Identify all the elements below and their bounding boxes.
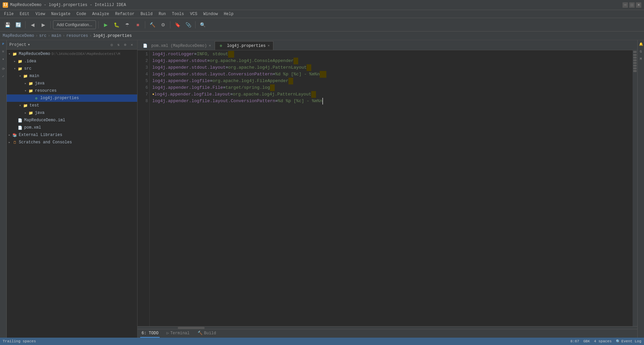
settings-icon[interactable]: ⚙ xyxy=(122,42,128,48)
horizontal-scrollbar[interactable] xyxy=(138,326,637,329)
minimize-button[interactable]: ─ xyxy=(623,2,628,8)
tree-item-test-java[interactable]: ▸ 📁 java xyxy=(7,109,137,117)
gradle-icon[interactable]: G xyxy=(638,49,644,54)
event-log-label: Event Log xyxy=(622,339,641,343)
tree-item-main[interactable]: ▾ 📁 main xyxy=(7,72,137,80)
tab-log4j-close[interactable]: ✕ xyxy=(268,44,270,48)
menu-refactor[interactable]: Refactor xyxy=(112,11,137,17)
debug-button[interactable]: 🐛 xyxy=(112,20,121,29)
project-tool-icon[interactable]: P xyxy=(1,42,6,47)
tab-log4j[interactable]: ⚙ log4j.properties ✕ xyxy=(215,41,273,50)
tree-item-ext-libs[interactable]: ▸ 📚 External Libraries xyxy=(7,131,137,139)
menu-file[interactable]: File xyxy=(1,11,16,17)
menu-vcs[interactable]: VCS xyxy=(187,11,200,17)
favorites-tool-icon[interactable]: ★ xyxy=(1,56,6,62)
code-eq-5: = xyxy=(210,78,213,84)
menu-navigate[interactable]: Navigate xyxy=(48,11,73,17)
gutter-indicator-7 xyxy=(633,67,637,69)
trailing-4 xyxy=(320,71,326,78)
line-numbers: 1 2 3 4 5 6 7 8 xyxy=(138,50,150,326)
vcs-tool-icon[interactable]: ⟳ xyxy=(1,66,6,72)
back-button[interactable]: ◀ xyxy=(28,20,37,29)
menu-analyze[interactable]: Analyze xyxy=(90,11,112,17)
search-everywhere-button[interactable]: 🔍 xyxy=(198,20,207,29)
menu-run[interactable]: Run xyxy=(156,11,169,17)
commit-tool-icon[interactable]: ✓ xyxy=(1,74,6,79)
terminal-tab[interactable]: ▷ Terminal xyxy=(165,329,191,338)
close-button[interactable]: ✕ xyxy=(636,2,641,8)
tree-item-test[interactable]: ▾ 📁 test xyxy=(7,102,137,109)
tree-item-idea[interactable]: ▸ 📁 .idea xyxy=(7,58,137,65)
forward-button[interactable]: ▶ xyxy=(39,20,48,29)
tree-item-log4j[interactable]: ⚙ log4j.properties xyxy=(7,94,137,102)
tree-item-pom[interactable]: 📄 pom.xml xyxy=(7,124,137,131)
attach-button[interactable]: 📎 xyxy=(183,20,193,29)
arrow-main-java: ▸ xyxy=(23,81,28,85)
save-all-button[interactable]: 💾 xyxy=(3,20,12,29)
tab-pom[interactable]: 📄 pom.xml (MapReduceDemo) ✕ xyxy=(139,41,215,50)
menu-help[interactable]: Help xyxy=(221,11,236,17)
tree-item-src[interactable]: ▾ 📁 src xyxy=(7,65,137,72)
tree-label-ext-libs: External Libraries xyxy=(19,133,62,137)
build-tab[interactable]: 🔨 Build xyxy=(196,329,217,338)
structure-tool-icon[interactable]: ≡ xyxy=(1,49,6,54)
maven-icon[interactable]: M xyxy=(638,56,644,62)
line-num-2: 2 xyxy=(139,58,148,64)
tab-pom-close[interactable]: ✕ xyxy=(209,44,211,48)
tree-item-resources[interactable]: ▾ 📁 resources xyxy=(7,87,137,94)
project-dropdown[interactable]: ▾ xyxy=(28,42,30,47)
stop-button[interactable]: ■ xyxy=(133,20,143,29)
code-key-3: log4j.appender.stdout.layout xyxy=(152,64,225,71)
indent-status[interactable]: 4 spaces xyxy=(594,339,612,343)
editor-wrapper: 📄 pom.xml (MapReduceDemo) ✕ ⚙ log4j.prop… xyxy=(138,40,644,338)
trailing-3 xyxy=(307,64,311,71)
coverage-button[interactable]: ☂ xyxy=(122,20,132,29)
expand-icon[interactable]: ⇅ xyxy=(116,42,121,48)
tree-item-scratches[interactable]: ▸ 🗒 Scratches and Consoles xyxy=(7,139,137,146)
maximize-button[interactable]: □ xyxy=(629,2,635,8)
breadcrumb-main[interactable]: main xyxy=(52,33,61,38)
tree-item-iml[interactable]: 📄 MapReduceDemo.iml xyxy=(7,117,137,124)
run-button[interactable]: ▶ xyxy=(101,20,110,29)
search-icon: 🔍 xyxy=(616,339,621,344)
editor-content[interactable]: 1 2 3 4 5 6 7 8 log4j.rootLogger=INFO, s… xyxy=(138,50,637,326)
code-line-6: log4j.appender.logfile.File=target/sprin… xyxy=(152,84,630,91)
hammer-button[interactable]: ⚙ xyxy=(158,20,168,29)
event-log-status[interactable]: 🔍 Event Log xyxy=(616,339,641,344)
window-controls[interactable]: ─ □ ✕ xyxy=(623,2,641,8)
breadcrumb-project[interactable]: MapReduceDemo xyxy=(3,33,34,38)
sync-button[interactable]: 🔄 xyxy=(13,20,23,29)
position-status[interactable]: 8:67 xyxy=(571,339,579,343)
locate-icon[interactable]: ◎ xyxy=(109,42,114,48)
code-line-7: ●log4j.appender.logfile.layout=org.apach… xyxy=(152,91,630,98)
trailing-2 xyxy=(293,58,298,64)
scratch-icon-scratches: 🗒 xyxy=(12,140,17,145)
todo-tab[interactable]: 6: TODO xyxy=(140,329,160,338)
trailing-7 xyxy=(311,91,316,98)
menu-view[interactable]: View xyxy=(33,11,48,17)
close-panel-icon[interactable]: ✕ xyxy=(129,42,135,48)
tree-label-idea: .idea xyxy=(24,59,36,64)
menu-window[interactable]: Window xyxy=(201,11,220,17)
notifications-icon[interactable]: 🔔 xyxy=(638,42,644,47)
breadcrumb-file[interactable]: log4j.properties xyxy=(93,33,132,38)
bookmark-button[interactable]: 🔖 xyxy=(173,20,182,29)
tree-item-main-java[interactable]: ▸ 📁 java xyxy=(7,80,137,87)
code-eq-3: = xyxy=(225,64,228,71)
tree-label-main-java: java xyxy=(35,81,45,86)
trailing-spaces-status[interactable]: Trailing spaces xyxy=(3,339,36,343)
add-configuration-button[interactable]: Add Configuration... xyxy=(53,20,96,29)
arrow-src: ▾ xyxy=(12,67,17,71)
breadcrumb-src[interactable]: src xyxy=(39,33,47,38)
tree-item-root[interactable]: ▾ 📁 MapReduceDemo D:\JAVAcodeIDEA\MapRed… xyxy=(7,50,137,58)
menu-tools[interactable]: Tools xyxy=(169,11,187,17)
menu-build[interactable]: Build xyxy=(138,11,155,17)
build-button[interactable]: 🔨 xyxy=(148,20,157,29)
encoding-status[interactable]: GBK xyxy=(583,339,590,343)
encoding-label: GBK xyxy=(583,339,590,343)
breadcrumb-resources[interactable]: resources xyxy=(66,33,88,38)
menu-code[interactable]: Code xyxy=(74,11,89,17)
code-editor[interactable]: log4j.rootLogger=INFO, stdout log4j.appe… xyxy=(150,50,633,326)
menu-edit[interactable]: Edit xyxy=(17,11,32,17)
folder-icon-resources: 📁 xyxy=(28,88,34,93)
